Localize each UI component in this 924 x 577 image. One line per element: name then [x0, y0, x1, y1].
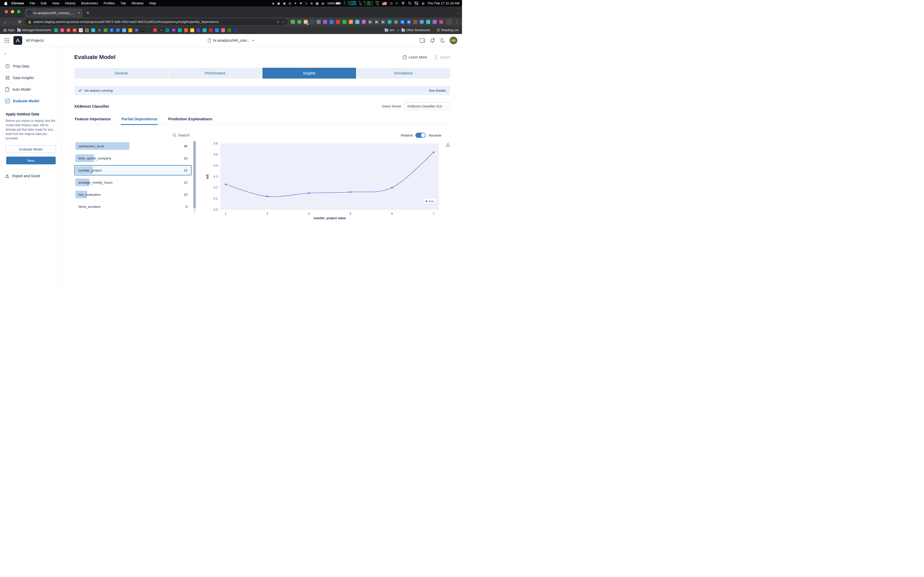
user-menu-icon[interactable]: ◍	[422, 2, 424, 5]
menu-item-help[interactable]: Help	[149, 1, 156, 5]
bookmark-favicon[interactable]: Z	[134, 28, 139, 32]
menubar-status-icon[interactable]: ◍	[321, 2, 324, 5]
bookmark-favicon[interactable]: F	[153, 28, 157, 32]
menu-item-tab[interactable]: Tab	[120, 1, 126, 5]
toggle-label-absolute[interactable]: Absolute	[428, 134, 441, 137]
menubar-status-icons[interactable]: ◈▣◉◎✦❖◇⊕▦◍	[272, 2, 324, 5]
extension-icon[interactable]: ▶	[368, 20, 372, 24]
control-center-icon[interactable]	[415, 2, 418, 5]
extension-icon[interactable]	[291, 20, 295, 24]
bookmark-favicon[interactable]	[203, 28, 207, 32]
extension-icon[interactable]: ◆	[401, 20, 404, 24]
extension-icon[interactable]	[317, 20, 321, 24]
sidebar-collapse-chevron[interactable]: ‹	[5, 51, 61, 56]
bookmarks-overflow-chevron[interactable]: »	[397, 28, 399, 32]
feature-row-last_evaluation[interactable]: last_evaluation10	[74, 189, 192, 200]
menubar-status-icon[interactable]: ◉	[283, 2, 285, 5]
extension-icon[interactable]: ▶	[375, 20, 379, 24]
clock-icon[interactable]: ◷	[390, 2, 393, 5]
bookmark-favicon[interactable]	[197, 28, 200, 32]
other-bookmarks-folder[interactable]: Other Bookmarks	[401, 28, 430, 32]
us-flag-icon[interactable]	[382, 2, 387, 5]
reload-button[interactable]: ⟳	[18, 20, 22, 24]
bookmark-favicon[interactable]: ◠	[190, 28, 194, 32]
toggle-label-relative[interactable]: Relative	[401, 134, 413, 137]
dark-mode-moon-icon[interactable]	[440, 38, 444, 43]
subtab-partial-dependence[interactable]: Partial Dependence	[121, 115, 158, 125]
extension-icon[interactable]	[330, 20, 334, 24]
extension-icon[interactable]: ◆	[407, 20, 411, 24]
bookmark-favicon[interactable]	[128, 28, 132, 32]
bookmark-favicon[interactable]	[54, 28, 58, 32]
feature-row-satisfaction_level[interactable]: satisfaction_level46	[74, 141, 192, 151]
extension-icon[interactable]: a	[394, 20, 398, 24]
menubar-status-icon[interactable]: ⊕	[310, 2, 313, 5]
bookmark-favicon[interactable]: A	[159, 28, 163, 32]
tab-performance[interactable]: Performance	[168, 68, 262, 79]
bookmark-favicon[interactable]: 15	[79, 28, 83, 32]
bookmark-favicon[interactable]: F	[110, 28, 114, 32]
menu-item-bookmarks[interactable]: Bookmarks	[81, 1, 98, 5]
see-details-link[interactable]: See Details	[429, 89, 446, 92]
menubar-status-icon[interactable]: ◎	[289, 2, 291, 5]
feature-row-average_montly_hours[interactable]: average_montly_hours12	[74, 177, 192, 187]
menubar-status-icon[interactable]: ▦	[316, 2, 319, 5]
tab-simulations[interactable]: Simulations	[357, 68, 450, 79]
feature-row-number_project[interactable]: number_project15	[74, 165, 192, 176]
menu-item-profiles[interactable]: Profiles	[103, 1, 115, 5]
close-window-button[interactable]	[5, 10, 8, 13]
sidebar-item-auto-model[interactable]: Auto Model	[0, 84, 61, 95]
new-tab-button[interactable]: +	[86, 10, 89, 16]
feature-row-time_spend_company[interactable]: time_spend_company16	[74, 153, 192, 163]
bookmark-favicon[interactable]: W	[172, 28, 176, 32]
menubar-status-icon[interactable]: ▣	[277, 2, 280, 5]
bookmark-favicon[interactable]: M	[73, 28, 77, 32]
menu-item-chrome[interactable]: Chrome	[11, 1, 24, 5]
export-and-score-item[interactable]: Export and Score	[0, 170, 61, 182]
all-projects-link[interactable]: All Projects	[26, 39, 44, 42]
extension-icon[interactable]: G	[297, 20, 301, 24]
search-input[interactable]	[178, 133, 196, 137]
list-scrollbar-thumb[interactable]	[193, 141, 195, 208]
bookmark-favicon[interactable]: S	[97, 28, 101, 32]
browser-profile-avatar[interactable]	[446, 19, 452, 25]
site-security-icon[interactable]: 🔒	[28, 20, 31, 24]
menu-item-file[interactable]: File	[30, 1, 35, 5]
menubar-status-icon[interactable]: ◈	[272, 2, 274, 5]
sidebar-item-evaluate-model[interactable]: Evaluate Model	[0, 95, 61, 107]
apps-shortcut[interactable]: Apps	[3, 28, 15, 32]
evaluate-model-button[interactable]: Evaluate Model	[6, 145, 56, 153]
bookmark-favicon[interactable]: ◠	[141, 28, 145, 32]
extension-icon[interactable]: J	[439, 20, 443, 24]
scissors-icon[interactable]: ✂	[396, 2, 398, 5]
bookmark-favicon[interactable]	[215, 28, 219, 32]
next-button[interactable]: Next	[6, 156, 56, 164]
chrome-menu-icon[interactable]: ⋮	[455, 20, 459, 24]
list-scrollbar-track[interactable]	[193, 141, 195, 214]
share-icon[interactable]: ⇧	[277, 20, 279, 24]
app-switcher-grid-icon[interactable]	[5, 38, 9, 43]
bookmark-favicon[interactable]: N	[60, 28, 64, 32]
bookmark-star-icon[interactable]: ☆	[281, 20, 284, 24]
menu-items[interactable]: ChromeFileEditViewHistoryBookmarksProfil…	[11, 1, 156, 5]
notifications-bell-icon[interactable]	[430, 38, 435, 43]
spotlight-search-icon[interactable]	[408, 2, 412, 5]
bookmark-favicon[interactable]	[221, 28, 225, 32]
feature-row-Work_accident[interactable]: Work_accident0	[74, 201, 192, 212]
extension-icon[interactable]	[349, 20, 353, 24]
relative-absolute-toggle[interactable]	[415, 133, 426, 138]
address-bar[interactable]: 🔒 automl.staging.automl.ayxcloud.com/pro…	[25, 19, 288, 25]
sidebar-item-prep-data[interactable]: Prep Data	[0, 61, 61, 72]
tab-search-chevron-icon[interactable]: ⌄	[457, 11, 459, 15]
browser-tab[interactable]: a hr-analytics/HR_comma_sep.c... ×	[25, 8, 83, 18]
extension-icon[interactable]: P	[362, 20, 366, 24]
subtab-prediction-explanations[interactable]: Prediction Explanations	[168, 115, 213, 125]
extension-icon[interactable]	[323, 20, 327, 24]
extension-icon[interactable]: O	[388, 20, 392, 24]
forward-button[interactable]: →	[11, 20, 15, 24]
device-icon[interactable]	[420, 38, 425, 43]
model-select-dropdown[interactable]: XGBoost Classifier (#2) ⌄	[404, 102, 450, 110]
sidebar-item-data-insights[interactable]: Data Insights	[0, 72, 61, 84]
bookmark-favicon[interactable]	[85, 28, 89, 32]
chart-legend[interactable]: true	[423, 198, 436, 204]
